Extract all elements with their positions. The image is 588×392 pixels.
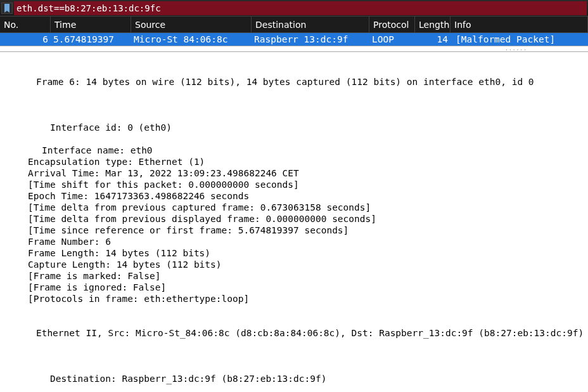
tree-ignored[interactable]: [Frame is ignored: False] xyxy=(0,282,588,293)
packet-list-header: No. Time Source Destination Protocol Len… xyxy=(0,16,588,33)
column-header-no[interactable]: No. xyxy=(0,16,51,32)
cell-source: Micro-St_84:06:8c xyxy=(131,34,252,44)
tree-interface-name[interactable]: Interface name: eth0 xyxy=(0,145,588,156)
tree-protocols[interactable]: [Protocols in frame: eth:ethertype:loop] xyxy=(0,293,588,304)
display-filter-input[interactable] xyxy=(14,1,587,15)
tree-delta-disp[interactable]: [Time delta from previous displayed fram… xyxy=(0,213,588,225)
column-header-protocol[interactable]: Protocol xyxy=(369,16,415,32)
tree-timeshift[interactable]: [Time shift for this packet: 0.000000000… xyxy=(0,179,588,190)
display-filter-bar xyxy=(0,0,588,16)
tree-eth-dst[interactable]: Destination: Raspberr_13:dc:9f (b8:27:eb… xyxy=(0,350,588,392)
cell-info: [Malformed Packet] xyxy=(451,34,588,44)
packet-row[interactable]: 6 5.674819397 Micro-St_84:06:8c Raspberr… xyxy=(0,33,588,46)
column-header-time[interactable]: Time xyxy=(51,16,131,32)
tree-cap-len[interactable]: Capture Length: 14 bytes (112 bits) xyxy=(0,259,588,270)
tree-frame-len[interactable]: Frame Length: 14 bytes (112 bits) xyxy=(0,247,588,259)
column-header-destination[interactable]: Destination xyxy=(252,16,369,32)
cell-protocol: LOOP xyxy=(369,34,415,44)
tree-since-ref[interactable]: [Time since reference or first frame: 5.… xyxy=(0,225,588,236)
bookmark-icon[interactable] xyxy=(1,3,13,14)
cell-time: 5.674819397 xyxy=(51,34,131,44)
cell-destination: Raspberr_13:dc:9f xyxy=(252,34,369,44)
packet-list: No. Time Source Destination Protocol Len… xyxy=(0,16,588,46)
cell-length: 14 xyxy=(415,34,451,44)
tree-delta-cap[interactable]: [Time delta from previous captured frame… xyxy=(0,202,588,213)
cell-no: 6 xyxy=(0,34,51,44)
tree-marked[interactable]: [Frame is marked: False] xyxy=(0,270,588,282)
pane-splitter[interactable]: ······ xyxy=(0,46,588,52)
tree-frame-summary[interactable]: Frame 6: 14 bytes on wire (112 bits), 14… xyxy=(0,53,588,99)
tree-encap[interactable]: Encapsulation type: Ethernet (1) xyxy=(0,156,588,167)
tree-epoch[interactable]: Epoch Time: 1647173363.498682246 seconds xyxy=(0,190,588,202)
grip-icon: ······ xyxy=(505,48,527,53)
column-header-source[interactable]: Source xyxy=(131,16,252,32)
tree-ethernet-summary[interactable]: Ethernet II, Src: Micro-St_84:06:8c (d8:… xyxy=(0,304,588,350)
tree-frame-no[interactable]: Frame Number: 6 xyxy=(0,236,588,247)
packet-details: Frame 6: 14 bytes on wire (112 bits), 14… xyxy=(0,52,588,392)
column-header-info[interactable]: Info xyxy=(451,16,588,32)
tree-arrival[interactable]: Arrival Time: Mar 13, 2022 13:09:23.4986… xyxy=(0,167,588,179)
column-header-length[interactable]: Length xyxy=(415,16,451,32)
tree-interface-id[interactable]: Interface id: 0 (eth0) xyxy=(0,99,588,145)
